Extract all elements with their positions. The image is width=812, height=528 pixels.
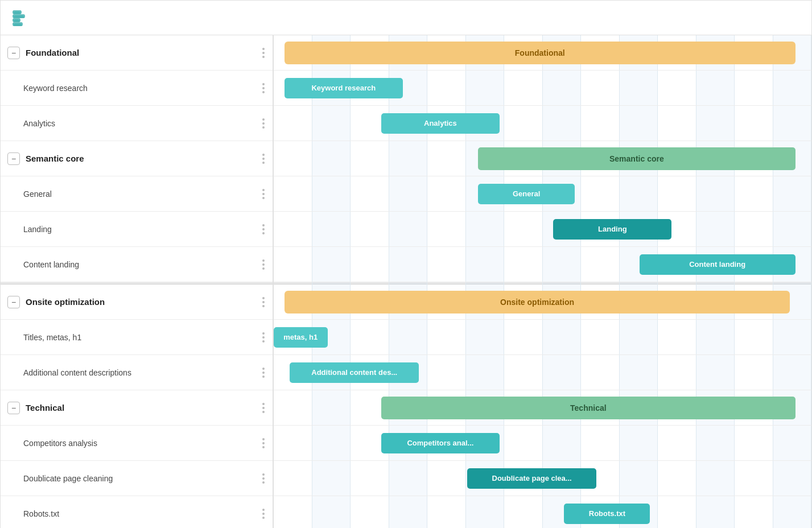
row-label: Titles, metas, h1 [23, 333, 254, 342]
row-menu-dots[interactable] [254, 154, 273, 164]
gantt-bar-wrap[interactable]: Onsite optimization [285, 291, 790, 314]
dot [262, 297, 265, 299]
dot [262, 52, 265, 54]
gantt-bar[interactable]: Landing [553, 219, 671, 240]
gantt-bar[interactable]: Content landing [640, 254, 795, 275]
dot [262, 411, 265, 413]
gantt-bar-wrap[interactable]: Doublicate page clea... [467, 468, 596, 489]
child-row: Content landing [1, 247, 273, 282]
gantt-bar[interactable]: Technical [381, 397, 795, 419]
dot [262, 442, 265, 444]
gantt-bar-wrap[interactable]: Additional content des... [290, 362, 419, 383]
dot [262, 56, 265, 58]
gantt-row: Landing [274, 212, 811, 247]
row-menu-dots[interactable] [254, 48, 273, 58]
collapse-button[interactable]: − [7, 47, 20, 59]
row-menu-dots[interactable] [254, 118, 273, 129]
gantt-bar[interactable]: Competitors anal... [381, 433, 500, 453]
row-label: Landing [23, 225, 254, 234]
dot [262, 224, 265, 226]
row-menu-dots[interactable] [254, 332, 273, 343]
gantt-bar[interactable]: Semantic core [478, 147, 795, 170]
row-menu-dots[interactable] [254, 473, 273, 484]
gantt-bar-wrap[interactable]: Competitors anal... [381, 433, 500, 453]
dot [262, 446, 265, 448]
dot [262, 193, 265, 195]
dot [262, 517, 265, 519]
row-menu-dots[interactable] [254, 224, 273, 234]
dot [262, 340, 265, 343]
gantt-row: Content landing [274, 247, 811, 282]
group-row: −Semantic core [1, 141, 273, 176]
dot [262, 122, 265, 125]
dot [262, 162, 265, 164]
child-row: Additional content descriptions [1, 355, 273, 390]
dot [262, 513, 265, 515]
gantt-bar-wrap[interactable]: General [478, 184, 575, 204]
dot [262, 403, 265, 405]
row-label: General [23, 189, 254, 199]
gantt-row: Technical [274, 390, 811, 426]
gantt-bar-wrap[interactable]: Landing [553, 219, 671, 240]
gantt-bar[interactable]: Foundational [285, 42, 795, 64]
dot [262, 407, 265, 409]
row-label: Onsite optimization [26, 297, 254, 307]
group-row: −Foundational [1, 35, 273, 71]
row-label: Foundational [26, 48, 254, 57]
dot [262, 259, 265, 262]
child-row: General [1, 176, 273, 212]
gantt-row: General [274, 176, 811, 212]
gantt-bar-wrap[interactable]: Semantic core [478, 147, 795, 170]
gantt-bar-wrap[interactable]: Robots.txt [564, 504, 650, 524]
row-label: Analytics [23, 119, 254, 128]
row-label: Semantic core [26, 154, 254, 163]
dot [262, 372, 265, 374]
collapse-button[interactable]: − [7, 402, 20, 414]
row-menu-dots[interactable] [254, 83, 273, 93]
dot [262, 263, 265, 266]
gantt-bar[interactable]: General [478, 184, 575, 204]
collapse-button[interactable]: − [7, 296, 20, 308]
row-menu-dots[interactable] [254, 259, 273, 270]
row-menu-dots[interactable] [254, 189, 273, 199]
gantt-bar-wrap[interactable]: Content landing [640, 254, 795, 275]
gantt-bar-wrap[interactable]: metas, h1 [274, 327, 328, 348]
child-row: Landing [1, 212, 273, 247]
row-label: Competitors analysis [23, 439, 254, 448]
child-row: Analytics [1, 106, 273, 141]
gantt-row: Additional content des... [274, 355, 811, 390]
dot [262, 477, 265, 480]
gantt-bar-wrap[interactable]: Technical [381, 397, 795, 419]
row-menu-dots[interactable] [254, 403, 273, 413]
row-label: Technical [26, 403, 254, 412]
gantt-row: metas, h1 [274, 320, 811, 355]
row-menu-dots[interactable] [254, 438, 273, 448]
gantt-bar-wrap[interactable]: Keyword research [285, 78, 403, 98]
gantt-bar[interactable]: Doublicate page clea... [467, 468, 596, 489]
gantt-row: Onsite optimization [274, 284, 811, 320]
gantt-bar[interactable]: Analytics [381, 113, 500, 134]
child-row: Titles, metas, h1 [1, 320, 273, 355]
collapse-button[interactable]: − [7, 152, 20, 165]
gantt-bar-wrap[interactable]: Analytics [381, 113, 500, 134]
row-label: Keyword research [23, 84, 254, 93]
group-row: −Technical [1, 390, 273, 426]
gantt-row: Analytics [274, 106, 811, 141]
gantt-bar-wrap[interactable]: Foundational [285, 42, 795, 64]
gantt-row: Competitors anal... [274, 426, 811, 461]
gantt-bar[interactable]: Onsite optimization [285, 291, 790, 314]
gantt-panel: FoundationalKeyword researchAnalyticsSem… [274, 35, 811, 528]
gantt-bar[interactable]: metas, h1 [274, 327, 328, 348]
gantt-bar[interactable]: Keyword research [285, 78, 403, 98]
app-container: −FoundationalKeyword researchAnalytics−S… [0, 0, 812, 528]
dot [262, 87, 265, 89]
dot [262, 509, 265, 511]
gantt-row: Doublicate page clea... [274, 461, 811, 496]
row-menu-dots[interactable] [254, 509, 273, 519]
row-label: Doublicate page cleaning [23, 474, 254, 483]
gantt-row: Semantic core [274, 141, 811, 176]
row-menu-dots[interactable] [254, 297, 273, 307]
gantt-bar[interactable]: Additional content des... [290, 362, 419, 383]
gantt-bar[interactable]: Robots.txt [564, 504, 650, 524]
row-menu-dots[interactable] [254, 368, 273, 378]
